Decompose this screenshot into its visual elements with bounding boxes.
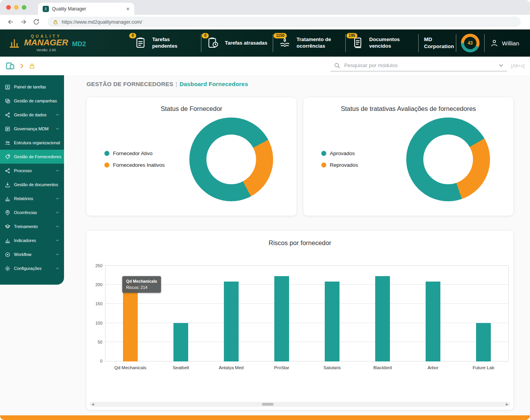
sidebar-item[interactable]: Gestão de documentos — [0, 178, 64, 192]
chart-tooltip: Qd Mechanicals Riscos: 214 — [122, 276, 161, 293]
sidebar-item-label: Relatórios — [14, 196, 33, 201]
chart-bar[interactable] — [274, 276, 289, 361]
sidebar-item[interactable]: Treinamento — [0, 220, 64, 233]
app-version: Versão: 2.60 — [36, 48, 56, 52]
close-window-button[interactable] — [6, 5, 11, 10]
content: Painel de tarefasGestão de campanhasGest… — [0, 75, 530, 415]
sidebar-item[interactable]: Gestão de campanhas — [0, 94, 64, 108]
header-stat[interactable]: 0Tarefas atrasadas — [203, 36, 271, 50]
progress-gauge[interactable]: 43 — [461, 34, 480, 52]
url-text: https://www.md2qualitymanager.com/ — [62, 19, 142, 25]
legend-dot — [104, 162, 109, 168]
tab-close-icon[interactable]: × — [126, 5, 130, 12]
y-axis-tick: 250 — [91, 263, 102, 268]
forward-icon[interactable] — [20, 18, 27, 26]
search-icon — [334, 62, 340, 69]
scroll-left-icon[interactable]: ◀ — [92, 403, 94, 406]
legend-label: Fornecedor Ativo — [113, 150, 152, 156]
sidebar-item[interactable]: Indicadores — [0, 233, 64, 247]
donut-chart[interactable] — [189, 118, 273, 201]
x-axis-label: Qd Mechanicals — [105, 365, 156, 370]
legend-item: Fornecedores Inativos — [104, 162, 165, 168]
horizontal-scrollbar[interactable]: ◀ ▶ — [90, 402, 510, 407]
card-title: Status de tratativas Avaliações de forne… — [310, 105, 506, 112]
y-axis-tick: 200 — [91, 282, 102, 287]
y-axis-tick: 50 — [91, 340, 102, 344]
chart-bar[interactable] — [375, 276, 390, 361]
app-logo[interactable]: QUALITY MANAGER Versão: 2.60 MD2 — [5, 34, 129, 52]
sidebar-item[interactable]: Gestão de Fornecedores — [0, 150, 64, 164]
reload-icon[interactable] — [33, 18, 40, 26]
sidebar-item[interactable]: Workflow — [0, 247, 64, 261]
legend-label: Fornecedores Inativos — [113, 162, 165, 168]
lock-toggle-icon[interactable] — [29, 63, 35, 69]
header-stat[interactable]: 195Documentos vencidos — [348, 36, 417, 50]
maximize-window-button[interactable] — [22, 5, 26, 10]
app-header: QUALITY MANAGER Versão: 2.60 MD2 0Tarefa… — [0, 29, 530, 57]
chart-bar[interactable] — [173, 323, 188, 361]
chevron-down-icon — [55, 127, 59, 131]
stat-badge: 0 — [129, 33, 136, 38]
browser-window: Quality Manager × https://www.md2quality… — [0, 0, 530, 420]
sidebar-item[interactable]: Processo — [0, 164, 64, 178]
x-axis-label: Blackbird — [357, 365, 408, 370]
lock-icon — [53, 19, 58, 25]
chart-bar[interactable] — [476, 323, 491, 361]
chevron-down-icon — [55, 169, 59, 173]
tab-favicon-icon — [43, 6, 49, 12]
tag-icon — [5, 154, 10, 160]
scroll-right-icon[interactable]: ▶ — [506, 403, 508, 406]
divider — [273, 34, 273, 52]
devices-icon[interactable] — [5, 61, 15, 71]
minimize-window-button[interactable] — [14, 5, 19, 10]
module-search[interactable] — [331, 60, 507, 71]
chart-bar[interactable] — [224, 282, 239, 361]
chevron-down-icon — [55, 252, 59, 256]
share-icon — [5, 112, 10, 118]
header-stat[interactable]: 0Tarefas pendentes — [130, 36, 199, 50]
x-axis-label: Seatbelt — [156, 365, 206, 370]
gauge-value: 43 — [464, 37, 476, 49]
share-icon — [5, 168, 10, 174]
card-title: Status de Fornecedor — [94, 105, 289, 112]
browser-tab[interactable]: Quality Manager × — [38, 3, 134, 15]
copy-icon — [5, 98, 10, 104]
clipclock-icon — [207, 43, 219, 50]
chevron-down-icon[interactable] — [498, 62, 504, 68]
hands-icon — [279, 43, 291, 50]
donut-chart[interactable] — [406, 118, 490, 201]
footer-bar — [0, 415, 530, 420]
y-axis-tick: 150 — [91, 301, 102, 306]
legend-item: Fornecedor Ativo — [104, 150, 165, 156]
risks-by-supplier-card: Riscos por fornecedor 050100150200250 Qd… — [87, 231, 513, 410]
sidebar-item[interactable]: Configurações — [0, 261, 64, 275]
sidebar-item[interactable]: Governança MDM — [0, 122, 64, 136]
stat-badge: 0 — [202, 33, 209, 38]
stat-label: Documentos vencidos — [369, 36, 413, 50]
gear-icon — [5, 266, 10, 271]
back-icon[interactable] — [7, 18, 14, 26]
breadcrumb-section: GESTÃO DE FORNECEDORES — [87, 81, 173, 87]
chevron-right-icon[interactable] — [19, 63, 25, 69]
scrollbar-thumb[interactable] — [262, 403, 274, 406]
sidebar-item[interactable]: Estrutura organizacional — [0, 136, 64, 150]
divider — [345, 34, 346, 52]
address-field[interactable]: https://www.md2qualitymanager.com/ — [48, 17, 521, 27]
user-menu[interactable]: Willian — [485, 39, 525, 47]
chart-bar[interactable] — [426, 282, 440, 361]
listbox-icon — [5, 126, 10, 132]
search-input[interactable] — [344, 62, 494, 68]
panel-icon — [5, 84, 10, 90]
cap-icon — [5, 224, 10, 230]
supplier-status-card: Status de Fornecedor Fornecedor AtivoFor… — [87, 97, 296, 216]
sidebar-item[interactable]: Gestão de dados — [0, 108, 64, 122]
sidebar-item[interactable]: Ocorrências — [0, 206, 64, 220]
search-shortcut-hint: [Alt+s] — [511, 63, 525, 69]
chart-bar[interactable] — [325, 282, 339, 361]
chevron-down-icon — [55, 266, 59, 270]
sidebar-item[interactable]: Painel de tarefas — [0, 80, 64, 94]
chevron-down-icon — [55, 225, 59, 228]
header-stat[interactable]: 1150Tratamento de ocorrências — [275, 36, 344, 50]
target-icon — [5, 252, 10, 258]
sidebar-item[interactable]: Relatórios — [0, 192, 64, 206]
